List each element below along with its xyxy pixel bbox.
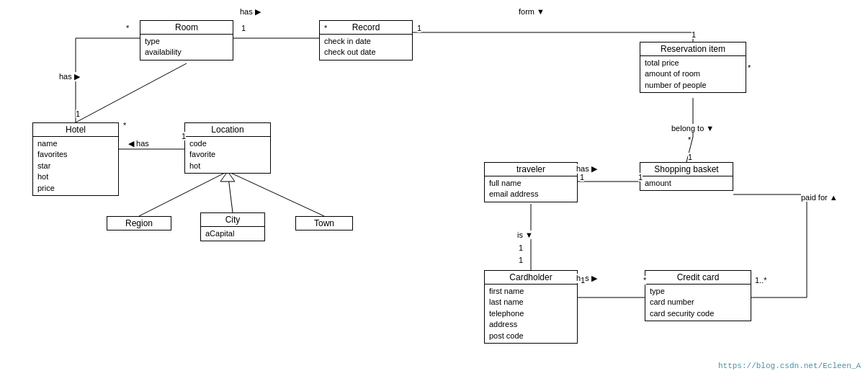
traveler-attrs: full name email address (485, 176, 577, 202)
mult-1-traveler-is-top: 1 (519, 243, 523, 252)
label-is: is ▼ (517, 230, 533, 239)
svg-line-15 (228, 171, 324, 216)
reservation-title: Reservation item (640, 42, 746, 56)
label-has-room: has ▶ (240, 7, 261, 17)
reservation-box: Reservation item total price amount of r… (640, 42, 746, 93)
traveler-attr-email: email address (489, 189, 573, 200)
town-box: Town (295, 216, 353, 230)
label-has-location: ◀ has (128, 139, 149, 148)
credit-card-box: Credit card type card number card securi… (645, 270, 751, 321)
shopping-basket-box: Shopping basket amount (640, 162, 733, 191)
hotel-attr-star: star (37, 161, 114, 171)
cardholder-attr-address: address (489, 319, 573, 330)
hotel-attr-price: price (37, 183, 114, 194)
mult-star-room-hotel-top: * (126, 24, 129, 32)
room-box: Room type availability (140, 20, 233, 61)
mult-1-reservation-top: 1 (692, 30, 696, 39)
record-attr-checkout: check out date (324, 47, 408, 58)
traveler-title: traveler (485, 163, 577, 176)
town-title: Town (296, 217, 352, 230)
credit-card-attr-security: card security code (650, 308, 746, 319)
mult-1-record-right: 1 (417, 24, 421, 32)
record-title: Record (320, 21, 412, 35)
mult-1-location-right: 1 (182, 132, 186, 140)
city-attrs: aCapital (201, 227, 264, 241)
mult-star-record: * (324, 24, 327, 32)
mult-1-cardholder-has: 1 (581, 276, 585, 285)
region-box: Region (107, 216, 171, 230)
shopping-basket-title: Shopping basket (640, 163, 733, 176)
city-box: City aCapital (200, 212, 265, 241)
cardholder-attrs: first name last name telephone address p… (485, 285, 577, 343)
mult-star-reservation-right: * (748, 63, 751, 72)
diagram-container: Room type availability Record check in d… (0, 0, 868, 376)
svg-line-14 (228, 171, 233, 212)
room-attr-availability: availability (145, 47, 228, 58)
hotel-attrs: name favorites star hot price (33, 137, 118, 195)
credit-card-attr-type: type (650, 286, 746, 297)
label-paid-for: paid for ▲ (801, 193, 838, 202)
mult-1-basket-top: 1 (688, 153, 692, 161)
region-title: Region (107, 217, 171, 230)
cardholder-attr-postcode: post code (489, 331, 573, 341)
hotel-title: Hotel (33, 123, 118, 137)
credit-card-attr-number: card number (650, 297, 746, 308)
cardholder-attr-telephone: telephone (489, 308, 573, 319)
mult-1-traveler-basket-left: 1 (580, 173, 584, 182)
label-form: form ▼ (519, 7, 545, 16)
city-title: City (201, 213, 264, 227)
cardholder-box: Cardholder first name last name telephon… (484, 270, 578, 344)
mult-1star-creditcard-paid: 1..* (755, 276, 767, 285)
label-has-hotel: has ▶ (59, 72, 80, 81)
label-belong-to: belong to ▼ (671, 124, 714, 133)
mult-1-cardholder-is-bottom: 1 (519, 256, 523, 264)
traveler-attr-fullname: full name (489, 178, 573, 189)
cardholder-attr-lastname: last name (489, 297, 573, 308)
room-title: Room (140, 21, 233, 35)
hotel-attr-name: name (37, 138, 114, 149)
record-attrs: check in date check out date (320, 35, 412, 60)
watermark: https://blog.csdn.net/Ecleen_A (718, 362, 861, 370)
hotel-attr-hot: hot (37, 171, 114, 182)
cardholder-title: Cardholder (485, 271, 577, 285)
record-attr-checkin: check in date (324, 36, 408, 47)
location-attrs: code favorite hot (185, 137, 270, 173)
cardholder-attr-firstname: first name (489, 286, 573, 297)
traveler-box: traveler full name email address (484, 162, 578, 202)
label-has-cardholder-card: has ▶ (576, 274, 597, 283)
mult-star-reservation-bottom: * (688, 135, 691, 144)
shopping-basket-attrs: amount (640, 176, 733, 190)
record-box: Record check in date check out date (319, 20, 413, 61)
reservation-attr-num-people: number of people (645, 80, 741, 91)
room-attr-type: type (145, 36, 228, 47)
svg-line-13 (139, 171, 228, 216)
location-attr-code: code (189, 138, 266, 149)
hotel-box: Hotel name favorites star hot price (32, 122, 119, 196)
location-attr-hot: hot (189, 161, 266, 171)
reservation-attrs: total price amount of room number of peo… (640, 56, 746, 92)
mult-1-hotel-has-top: 1 (76, 109, 80, 118)
city-attr-acapital: aCapital (205, 228, 260, 239)
reservation-attr-total-price: total price (645, 58, 741, 68)
mult-star-creditcard-has: * (643, 276, 646, 285)
mult-1-room-record-left: 1 (241, 24, 246, 32)
room-attrs: type availability (140, 35, 233, 60)
shopping-basket-attr-amount: amount (645, 178, 728, 189)
svg-line-0 (76, 63, 187, 122)
location-attr-favorite: favorite (189, 149, 266, 160)
credit-card-title: Credit card (645, 271, 751, 285)
location-title: Location (185, 123, 270, 137)
reservation-attr-amount-room: amount of room (645, 68, 741, 79)
hotel-attr-favorites: favorites (37, 149, 114, 160)
credit-card-attrs: type card number card security code (645, 285, 751, 321)
location-box: Location code favorite hot (184, 122, 271, 174)
mult-star-hotel-location: * (123, 121, 126, 130)
mult-1-basket-left: 1 (638, 173, 643, 182)
